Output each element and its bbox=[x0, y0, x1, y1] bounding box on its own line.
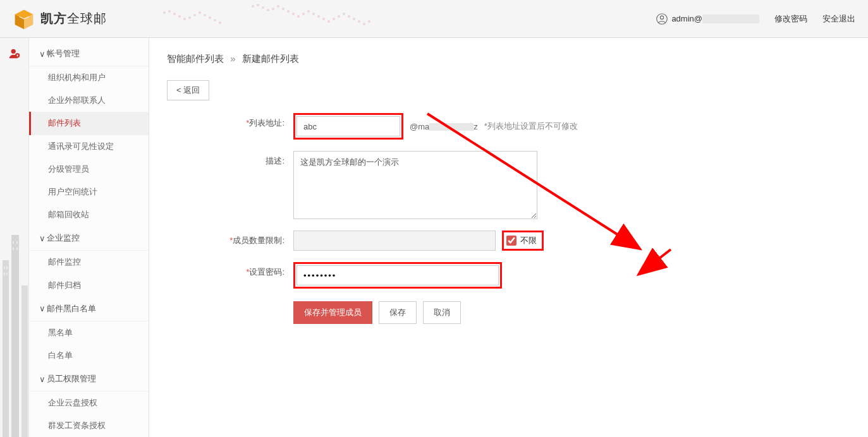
svg-point-33 bbox=[343, 13, 345, 15]
svg-rect-43 bbox=[16, 54, 18, 56]
svg-point-9 bbox=[193, 14, 196, 16]
label-member-limit: *成员数量限制: bbox=[167, 230, 293, 246]
svg-rect-48 bbox=[6, 266, 8, 269]
svg-point-22 bbox=[287, 10, 290, 13]
blurred-domain-2 bbox=[429, 123, 474, 131]
svg-point-27 bbox=[312, 13, 315, 15]
svg-point-35 bbox=[353, 18, 355, 20]
svg-point-30 bbox=[327, 20, 330, 23]
user-icon bbox=[656, 13, 668, 25]
row-description: 描述: bbox=[167, 151, 850, 219]
svg-point-16 bbox=[257, 4, 259, 6]
sidebar-item[interactable]: 黑名单 bbox=[29, 321, 149, 344]
label-password: *设置密码: bbox=[167, 262, 293, 278]
svg-rect-51 bbox=[13, 241, 14, 244]
svg-rect-49 bbox=[4, 273, 5, 275]
worldmap-decoration bbox=[139, 0, 455, 38]
sidebar-item[interactable]: 用户空间统计 bbox=[29, 181, 149, 203]
address-hint: *列表地址设置后不可修改 bbox=[484, 121, 578, 132]
chevron-down-icon: ∨ bbox=[39, 49, 44, 59]
sidebar-item[interactable]: 群发工资条授权 bbox=[29, 414, 149, 437]
svg-point-7 bbox=[183, 18, 186, 20]
sidebar-item[interactable]: 邮件列表 bbox=[29, 112, 149, 135]
svg-rect-45 bbox=[11, 235, 19, 437]
svg-point-20 bbox=[277, 5, 279, 8]
svg-point-31 bbox=[333, 18, 335, 20]
svg-point-5 bbox=[173, 13, 176, 15]
brand-logo: 凯方全球邮 bbox=[13, 8, 107, 30]
sidebar-item[interactable]: 邮箱回收站 bbox=[29, 203, 149, 226]
password-input[interactable] bbox=[296, 265, 499, 285]
chevron-down-icon: ∨ bbox=[39, 374, 44, 384]
svg-point-14 bbox=[219, 21, 221, 24]
header-right: admin@ 修改密码 安全退出 bbox=[656, 13, 855, 25]
main-content: 智能邮件列表 » 新建邮件列表 < 返回 *列表地址: @maz *列表地址设置… bbox=[149, 38, 868, 437]
blurred-domain bbox=[702, 15, 759, 23]
list-address-input[interactable] bbox=[296, 116, 400, 136]
admin-icon[interactable] bbox=[8, 47, 21, 61]
sidebar-group-title[interactable]: ∨ 邮件黑白名单 bbox=[29, 297, 149, 321]
sidebar-item[interactable]: 邮件归档 bbox=[29, 274, 149, 297]
app-header: 凯方全球邮 admin@ 修改密码 安全退出 bbox=[0, 0, 868, 38]
sidebar-group-title[interactable]: ∨ 企业监控 bbox=[29, 226, 149, 251]
sidebar-item[interactable]: 企业云盘授权 bbox=[29, 392, 149, 414]
svg-point-29 bbox=[322, 18, 325, 20]
svg-point-10 bbox=[199, 11, 201, 14]
svg-point-19 bbox=[272, 8, 274, 10]
svg-rect-53 bbox=[13, 248, 14, 250]
svg-point-3 bbox=[163, 11, 166, 14]
svg-point-8 bbox=[188, 16, 191, 19]
svg-point-21 bbox=[282, 8, 284, 10]
highlight-password bbox=[293, 262, 502, 289]
logout-link[interactable]: 安全退出 bbox=[822, 13, 855, 25]
back-button[interactable]: < 返回 bbox=[167, 80, 209, 100]
save-and-manage-button[interactable]: 保存并管理成员 bbox=[293, 301, 372, 324]
breadcrumb-a[interactable]: 智能邮件列表 bbox=[167, 53, 224, 64]
sidebar-group-title[interactable]: ∨ 员工权限管理 bbox=[29, 367, 149, 392]
svg-point-32 bbox=[338, 15, 340, 18]
unlimited-checkbox[interactable] bbox=[506, 236, 517, 246]
user-label: admin@ bbox=[671, 14, 759, 24]
svg-point-13 bbox=[214, 19, 216, 21]
user-info[interactable]: admin@ bbox=[656, 13, 759, 25]
svg-rect-50 bbox=[6, 273, 8, 275]
icon-column bbox=[0, 38, 29, 437]
svg-rect-47 bbox=[4, 266, 5, 269]
svg-point-18 bbox=[267, 9, 269, 11]
svg-point-17 bbox=[262, 6, 264, 9]
sidebar: ∨ 帐号管理组织机构和用户企业外部联系人邮件列表通讯录可见性设定分级管理员用户空… bbox=[29, 38, 149, 437]
save-button[interactable]: 保存 bbox=[379, 301, 417, 324]
chevron-down-icon: ∨ bbox=[39, 234, 44, 243]
svg-rect-46 bbox=[21, 285, 28, 437]
svg-point-4 bbox=[168, 10, 171, 13]
row-member-limit: *成员数量限制: 不限 bbox=[167, 230, 850, 251]
unlimited-label: 不限 bbox=[520, 235, 537, 246]
cube-icon bbox=[13, 8, 35, 30]
sidebar-item[interactable]: 邮件监控 bbox=[29, 251, 149, 273]
main-layout: ∨ 帐号管理组织机构和用户企业外部联系人邮件列表通讯录可见性设定分级管理员用户空… bbox=[0, 38, 868, 437]
sidebar-item[interactable]: 白名单 bbox=[29, 344, 149, 367]
svg-point-11 bbox=[204, 14, 206, 16]
svg-point-23 bbox=[292, 13, 295, 15]
svg-point-15 bbox=[252, 5, 254, 8]
highlight-address bbox=[293, 113, 403, 140]
svg-rect-44 bbox=[3, 260, 9, 437]
row-list-address: *列表地址: @maz *列表地址设置后不可修改 bbox=[167, 113, 850, 140]
highlight-unlimited: 不限 bbox=[502, 230, 544, 251]
description-textarea[interactable] bbox=[293, 151, 537, 219]
sidebar-item[interactable]: 企业外部联系人 bbox=[29, 89, 149, 112]
member-limit-input[interactable] bbox=[293, 230, 496, 251]
change-password-link[interactable]: 修改密码 bbox=[774, 13, 807, 25]
svg-point-6 bbox=[178, 15, 181, 18]
svg-rect-52 bbox=[16, 241, 18, 244]
sidebar-item[interactable]: 分级管理员 bbox=[29, 158, 149, 181]
form-area: *列表地址: @maz *列表地址设置后不可修改 描述: bbox=[149, 113, 868, 324]
breadcrumb: 智能邮件列表 » 新建邮件列表 bbox=[149, 38, 868, 74]
sidebar-item[interactable]: 组织机构和用户 bbox=[29, 66, 149, 89]
sidebar-group-title[interactable]: ∨ 帐号管理 bbox=[29, 42, 149, 66]
sidebar-item[interactable]: 通讯录可见性设定 bbox=[29, 135, 149, 158]
svg-point-26 bbox=[307, 10, 310, 13]
label-description: 描述: bbox=[167, 151, 293, 167]
cancel-button[interactable]: 取消 bbox=[423, 301, 461, 324]
button-row: 保存并管理成员 保存 取消 bbox=[293, 301, 850, 324]
